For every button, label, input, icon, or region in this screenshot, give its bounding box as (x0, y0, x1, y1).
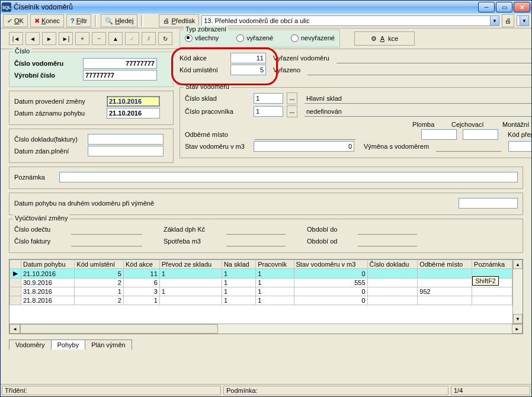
grid-cell[interactable] (418, 296, 472, 305)
grid-column-header[interactable]: Na sklad (222, 260, 255, 269)
datum-zdan-input[interactable] (88, 146, 164, 156)
grid-cell[interactable]: 31.8.2016 (21, 287, 75, 296)
grid-cell[interactable]: 1 (256, 269, 294, 278)
grid-column-header[interactable]: Kód akce (123, 260, 159, 269)
grid-cell[interactable]: 21.8.2016 (21, 296, 75, 305)
grid-cell[interactable] (472, 296, 512, 305)
table-row[interactable]: 21.8.201621110 (10, 296, 512, 305)
close-button[interactable]: ✕ (514, 2, 530, 12)
grid-cell[interactable]: 1 (256, 296, 294, 305)
grid-cell[interactable]: 0 (294, 269, 367, 278)
radio-vsechny[interactable]: všechny (185, 34, 219, 42)
grid-cell[interactable]: 1 (159, 269, 222, 278)
nav-post-button[interactable]: ✓ (125, 32, 139, 45)
tab-pohyby[interactable]: Pohyby (51, 340, 86, 350)
filtr-button[interactable]: ?Filtr (66, 14, 91, 27)
grid-cell[interactable]: 1 (222, 296, 255, 305)
scroll-down-icon[interactable]: ▼ (513, 314, 523, 324)
hledej-button[interactable]: 🔍Hledej (101, 14, 137, 27)
grid-column-header[interactable]: Odběrné místo (418, 260, 472, 269)
nav-last-button[interactable]: ►| (59, 32, 73, 45)
nav-next-button[interactable]: ► (42, 32, 56, 45)
grid-cell[interactable] (367, 269, 418, 278)
tab-plan-vymen[interactable]: Plán výměn (85, 340, 132, 350)
nav-cancel-button[interactable]: ✗ (142, 32, 156, 45)
grid-cell[interactable]: 1 (123, 296, 159, 305)
grid-cell[interactable] (367, 287, 418, 296)
akce-button[interactable]: ⚙Akce (354, 31, 415, 46)
table-row[interactable]: 31.8.2016131110952 (10, 287, 512, 296)
tab-vodomery[interactable]: Vodoměry (9, 340, 52, 350)
grid-column-header[interactable]: Číslo dokladu (367, 260, 418, 269)
konec-button[interactable]: ✖Konec (30, 14, 64, 27)
grid-column-header[interactable]: Kód umístění (75, 260, 124, 269)
grid-cell[interactable]: 21.10.2016 (21, 269, 75, 278)
print-options-select[interactable]: ▼ (517, 15, 529, 26)
grid-vscroll[interactable]: ▲▼ (512, 260, 523, 324)
stav-m3-input[interactable]: 0 (254, 141, 354, 152)
grid-cell[interactable]: 1 (75, 287, 124, 296)
grid-cell[interactable]: 0 (294, 296, 367, 305)
grid-cell[interactable]: 2 (75, 278, 124, 287)
grid-cell[interactable]: 3 (123, 287, 159, 296)
maximize-button[interactable]: ▭ (496, 2, 512, 12)
vyrobni-cislo-input[interactable]: 77777777 (83, 70, 157, 81)
kod-prepravky-input[interactable] (508, 141, 532, 152)
nav-first-button[interactable]: |◄ (9, 32, 23, 45)
grid-cell[interactable] (418, 269, 472, 278)
cislo-sklad-input[interactable]: 1 (254, 93, 283, 104)
cislo-dokladu-input[interactable] (88, 134, 164, 145)
grid-cell[interactable]: 11 (123, 269, 159, 278)
grid-cell[interactable]: 1 (256, 278, 294, 287)
print-button[interactable]: 🖨 (502, 14, 514, 27)
cislo-vodomeru-input[interactable]: 77777777 (83, 58, 157, 69)
radio-nevyrazene[interactable]: nevyřazené (291, 34, 335, 42)
grid-column-header[interactable]: Pracovník (256, 260, 294, 269)
grid-cell[interactable]: 5 (75, 269, 124, 278)
grid-cell[interactable]: 6 (123, 278, 159, 287)
grid-column-header[interactable]: Poznámka (472, 260, 512, 269)
grid-cell[interactable]: 30.9.2016 (21, 278, 75, 287)
minimize-button[interactable]: ─ (478, 2, 495, 12)
grid-cell[interactable]: 2 (75, 296, 124, 305)
grid-cell[interactable] (472, 287, 512, 296)
table-row[interactable]: ▶21.10.20165111110 (10, 269, 512, 278)
grid-cell[interactable]: 952 (418, 287, 472, 296)
grid-cell[interactable]: 1 (222, 269, 255, 278)
kod-akce-input[interactable]: 11 (230, 53, 266, 63)
nav-prev-button[interactable]: ◄ (25, 32, 40, 45)
plomba-mont-input[interactable] (463, 129, 498, 140)
table-row[interactable]: 30.9.20162611555 (10, 278, 512, 287)
grid-cell[interactable]: 1 (159, 287, 222, 296)
grid-cell[interactable] (367, 296, 418, 305)
nav-refresh-button[interactable]: ↻ (158, 32, 172, 45)
datum-zaznamu-input[interactable]: 21.10.2016 (107, 108, 160, 119)
grid-cell[interactable]: 1 (222, 278, 255, 287)
scroll-up-icon[interactable]: ▲ (513, 260, 523, 269)
nav-edit-button[interactable]: ▲ (108, 32, 123, 45)
grid-cell[interactable]: 1 (256, 287, 294, 296)
scroll-left-icon[interactable]: ◄ (9, 324, 20, 334)
nav-insert-button[interactable]: ＋ (75, 32, 89, 45)
grid-cell[interactable] (159, 296, 222, 305)
nav-delete-button[interactable]: － (92, 32, 106, 45)
grid-cell[interactable]: 555 (294, 278, 367, 287)
cislo-pracovnika-input[interactable]: 1 (254, 106, 283, 117)
sklad-lookup-button[interactable]: … (287, 92, 297, 104)
grid-cell[interactable] (367, 278, 418, 287)
grid-cell[interactable]: 1 (222, 287, 255, 296)
grid-cell[interactable]: 0 (294, 287, 367, 296)
poznamka-input[interactable] (59, 172, 518, 183)
datum-pohybu-input[interactable] (459, 198, 518, 209)
plomba-cejch-input[interactable] (421, 129, 457, 140)
radio-vyrazene[interactable]: vyřazené (236, 34, 273, 42)
pracovnik-lookup-button[interactable]: … (287, 105, 297, 117)
scroll-right-icon[interactable]: ► (512, 324, 523, 334)
ok-button[interactable]: ✔OK (3, 14, 28, 27)
data-grid[interactable]: Datum pohybuKód umístěníKód akcePřevod z… (9, 259, 523, 334)
datum-provedeni-input[interactable]: 21.10.2016 (107, 96, 160, 107)
kod-umisteni-input[interactable]: 5 (230, 65, 266, 75)
grid-column-header[interactable]: Převod ze skladu (159, 260, 222, 269)
grid-hscroll[interactable]: ◄► (9, 324, 523, 334)
grid-cell[interactable] (159, 278, 222, 287)
